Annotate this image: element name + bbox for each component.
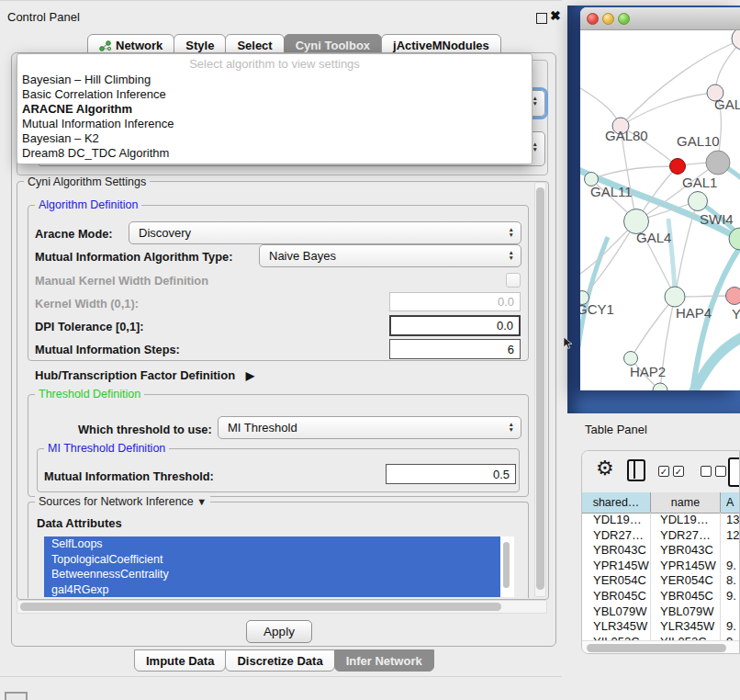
dpi-tolerance-field[interactable]: 0.0: [389, 315, 521, 336]
table-panel-title: Table Panel: [585, 423, 647, 436]
mi-steps-field[interactable]: 6: [389, 339, 521, 359]
table-cell: YBL079W: [582, 604, 651, 620]
attribute-item-topologicalcoefficient[interactable]: TopologicalCoefficient: [44, 552, 500, 568]
mi-threshold-field[interactable]: 0.5: [386, 464, 516, 484]
mi-type-value: Naive Bayes: [269, 249, 336, 263]
attribute-item-gal4rgexp[interactable]: gal4RGexp: [44, 582, 500, 598]
function-page-icon[interactable]: [728, 457, 740, 487]
network-node[interactable]: [670, 159, 686, 175]
attribute-item-betweennesscentrality[interactable]: BetweennessCentrality: [44, 567, 500, 582]
expand-arrow-icon[interactable]: ▶: [246, 369, 254, 382]
dropdown-item-dream8-dc-tdc-algorithm[interactable]: Dream8 DC_TDC Algorithm: [17, 146, 532, 161]
node-label-swi4: SWI4: [700, 211, 734, 227]
network-node-labels: GALGAL80GAL10GAL1GAL11SWI4GAL4GCY1HAP4YH…: [580, 96, 740, 379]
which-threshold-value: MI Threshold: [228, 421, 297, 435]
control-panel: Control Panel ✖ NetworkStyleSelectCyni T…: [0, 0, 562, 677]
sources-title-text: Sources for Network Inference: [39, 495, 194, 508]
dropdown-item-list: Bayesian – Hill ClimbingBasic Correlatio…: [17, 73, 532, 161]
column-header-shared-[interactable]: shared…: [582, 492, 651, 513]
aracne-mode-value: Discovery: [139, 226, 191, 240]
network-window: GALGAL80GAL10GAL1GAL11SWI4GAL4GCY1HAP4YH…: [580, 7, 740, 390]
network-window-titlebar[interactable]: [580, 7, 740, 30]
control-panel-title: Control Panel: [7, 10, 80, 24]
stepper-icon: ▲▼: [509, 250, 514, 260]
zoom-traffic-light-icon[interactable]: [618, 13, 630, 25]
dropdown-item-bayesian-hill-climbing[interactable]: Bayesian – Hill Climbing: [17, 73, 532, 87]
attribute-item-selfloops[interactable]: SelfLoops: [44, 536, 500, 552]
attribute-list-scrollbar[interactable]: [503, 542, 510, 588]
mi-type-label: Mutual Information Algorithm Type:: [35, 250, 232, 264]
table-cell: YDL19…: [651, 513, 721, 528]
column-header-name[interactable]: name: [651, 492, 721, 513]
network-node[interactable]: [665, 287, 685, 307]
network-canvas[interactable]: GALGAL80GAL10GAL1GAL11SWI4GAL4GCY1HAP4YH…: [580, 30, 740, 390]
unchecked-boxes-icon[interactable]: [715, 466, 726, 477]
close-icon[interactable]: ✖: [550, 8, 561, 23]
table-cell: 9.: [721, 559, 740, 574]
network-node[interactable]: [653, 383, 667, 390]
aracne-mode-combo[interactable]: Discovery ▲▼: [129, 221, 521, 244]
table-cell: YBR043C: [582, 543, 651, 559]
kernel-width-label: Kernel Width (0,1):: [35, 297, 139, 310]
float-icon[interactable]: [536, 13, 547, 24]
algorithm-definition-title: Algorithm Definition: [35, 198, 141, 211]
data-attributes-list[interactable]: SelfLoopsTopologicalCoefficientBetweenne…: [44, 536, 514, 597]
stepper-icon: ▲▼: [533, 96, 538, 106]
mi-steps-label: Mutual Information Steps:: [35, 343, 180, 356]
hub-definition-label[interactable]: Hub/Transcription Factor Definition ▶: [35, 368, 254, 382]
table-cell: YER054C: [651, 573, 721, 589]
table-hscrollbar-thumb[interactable]: [587, 644, 726, 652]
network-nodes: [580, 30, 740, 390]
table-header-row: shared…nameA: [582, 492, 740, 514]
tab-impute-data[interactable]: Impute Data: [134, 649, 226, 672]
which-threshold-combo[interactable]: MI Threshold ▲▼: [218, 416, 521, 439]
dropdown-item-basic-correlation-inference[interactable]: Basic Correlation Inference: [17, 87, 532, 102]
threshold-definition-title: Threshold Definition: [35, 388, 144, 401]
manual-kernel-checkbox[interactable]: [506, 273, 521, 288]
node-label-gal11: GAL11: [590, 184, 633, 199]
table-row[interactable]: YBR045CYBR045C9.: [582, 589, 740, 604]
cyni-settings-title: Cyni Algorithm Settings: [24, 175, 150, 188]
table-row[interactable]: YBL079WYBL079W: [582, 604, 740, 620]
sources-title[interactable]: Sources for Network Inference ▼: [35, 495, 210, 508]
settings-vscrollbar-thumb[interactable]: [536, 187, 544, 590]
table-hscrollbar[interactable]: [582, 640, 740, 654]
close-traffic-light-icon[interactable]: [587, 13, 599, 25]
table-row[interactable]: YDR27…YDR27…12: [582, 528, 740, 544]
gear-icon[interactable]: ⚙: [596, 458, 614, 479]
settings-hscrollbar-thumb[interactable]: [20, 603, 501, 611]
which-threshold-label: Which threshold to use:: [78, 423, 212, 436]
table-cell: 8.: [721, 573, 740, 589]
column-header-a[interactable]: A: [721, 492, 740, 513]
kernel-width-field[interactable]: 0.0: [389, 292, 521, 311]
network-node[interactable]: [726, 288, 740, 305]
tab-infer-network[interactable]: Infer Network: [334, 649, 434, 672]
cursor-icon: [563, 337, 574, 350]
mi-type-combo[interactable]: Naive Bayes ▲▼: [259, 244, 521, 267]
hub-definition-text: Hub/Transcription Factor Definition: [35, 368, 235, 382]
table-row[interactable]: YDL19…YDL19…13: [582, 513, 740, 528]
table-cell: YER054C: [582, 573, 651, 589]
minimize-traffic-light-icon[interactable]: [602, 13, 614, 25]
unchecked-boxes-icon[interactable]: [701, 466, 712, 477]
collapse-arrow-icon[interactable]: ▼: [196, 496, 207, 507]
stepper-icon: ▲▼: [509, 227, 514, 237]
network-node[interactable]: [706, 151, 730, 175]
table-row[interactable]: YBR043CYBR043C: [582, 543, 740, 559]
apply-button[interactable]: Apply: [246, 620, 312, 643]
dropdown-item-aracne-algorithm[interactable]: ARACNE Algorithm: [17, 102, 532, 117]
table-row[interactable]: YLR345WYLR345W9.: [582, 619, 740, 635]
network-node[interactable]: [732, 30, 740, 50]
dropdown-item-bayesian-k2[interactable]: Bayesian – K2: [17, 131, 532, 146]
table-row[interactable]: YER054CYER054C8.: [582, 573, 740, 589]
checked-boxes-icon[interactable]: ✓: [658, 466, 669, 477]
minimized-panel-icon[interactable]: [5, 692, 28, 700]
dropdown-item-mutual-information-inference[interactable]: Mutual Information Inference: [17, 117, 532, 131]
table-cell: YLR345W: [651, 619, 721, 635]
checked-boxes-icon[interactable]: ✓: [673, 466, 684, 477]
dropdown-prompt: Select algorithm to view settings: [17, 56, 532, 73]
tab-discretize-data[interactable]: Discretize Data: [225, 649, 334, 672]
network-node[interactable]: [689, 192, 708, 211]
columns-icon[interactable]: [627, 459, 645, 481]
table-row[interactable]: YPR145WYPR145W9.: [582, 559, 740, 574]
